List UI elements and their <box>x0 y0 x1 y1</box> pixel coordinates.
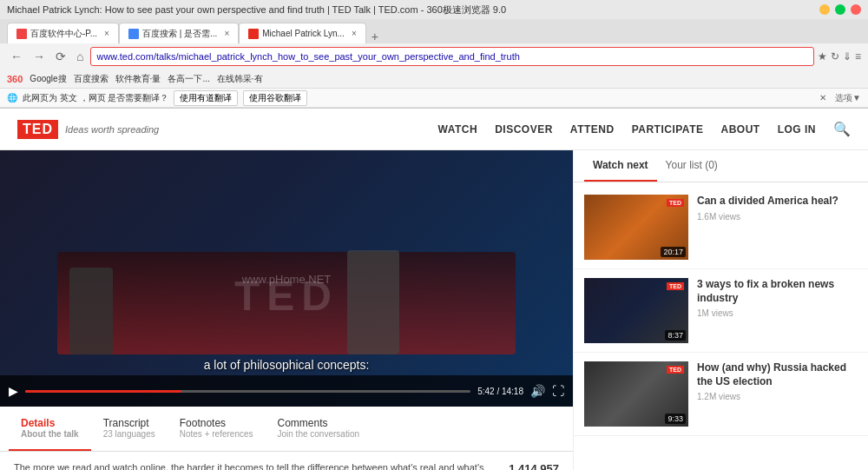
bookmarks-bar: 360 Google搜 百度搜索 软件教育·量 各高一下... 在线韩采·有 <box>0 70 868 89</box>
tab-comments[interactable]: Comments Join the conversation <box>266 407 372 451</box>
tab-label-3: Michael Patrick Lyn... <box>262 29 345 38</box>
sidebar-item-info-2: 3 ways to fix a broken news industry 1M … <box>697 278 858 318</box>
views-count: 1,414,957 <box>509 460 559 470</box>
window-controls <box>819 4 861 15</box>
sidebar-item-info-1: Can a divided America heal? 1.6M views <box>697 195 858 222</box>
list-item[interactable]: TED 8:37 3 ways to fix a broken news ind… <box>574 269 868 353</box>
video-player[interactable]: TED www.pHome.NET a lot of philosophical… <box>0 150 573 407</box>
tab-details-label: Details <box>21 417 79 429</box>
progress-bar[interactable] <box>25 390 470 393</box>
nav-about[interactable]: ABOUT <box>720 123 760 136</box>
sidebar-tabs: Watch next Your list (0) <box>574 150 868 182</box>
volume-button[interactable]: 🔊 <box>530 384 545 398</box>
tab-details[interactable]: Details About the talk <box>9 407 91 451</box>
bookmark-3[interactable]: 软件教育·量 <box>115 73 161 85</box>
tab-transcript[interactable]: Transcript 23 languages <box>91 407 168 451</box>
thumb-ted-logo-1: TED <box>667 199 684 207</box>
video-section: TED www.pHome.NET a lot of philosophical… <box>0 150 573 470</box>
window-title: Michael Patrick Lynch: How to see past y… <box>7 3 819 17</box>
translate-youdao-button[interactable]: 使用有道翻译 <box>174 90 238 106</box>
browser-chrome: Michael Patrick Lynch: How to see past y… <box>0 0 868 109</box>
tab-footnotes[interactable]: Footnotes Notes + references <box>168 407 266 451</box>
new-tab-button[interactable]: + <box>366 30 384 43</box>
video-site-watermark: www.pHome.NET <box>242 272 332 285</box>
nav-participate[interactable]: PARTICIPATE <box>632 123 704 136</box>
tab-favicon-2 <box>128 29 139 39</box>
translate-options-button[interactable]: 选项▼ <box>835 92 861 104</box>
list-item[interactable]: TED 9:33 How (and why) Russia hacked the… <box>574 353 868 436</box>
sidebar-item-title-1: Can a divided America heal? <box>697 195 858 209</box>
address-bar-row: ← → ⟳ ⌂ ★ ↻ ⇓ ≡ <box>0 43 868 70</box>
bookmark-4[interactable]: 各高一下... <box>168 73 209 85</box>
browser-tab-3[interactable]: Michael Patrick Lyn... × <box>239 23 366 43</box>
video-speaker-left <box>69 268 113 354</box>
fullscreen-button[interactable]: ⛶ <box>552 384 564 398</box>
video-controls: ▶ 5:42 / 14:18 🔊 ⛶ <box>0 375 573 407</box>
sidebar-item-title-3: How (and why) Russia hacked the US elect… <box>697 361 858 388</box>
tab-close-1[interactable]: × <box>104 29 109 38</box>
tab-close-3[interactable]: × <box>352 29 357 38</box>
nav-watch[interactable]: WATCH <box>438 123 478 136</box>
translate-lang-icon: 🌐 <box>7 93 17 103</box>
forward-button[interactable]: → <box>30 48 49 65</box>
tab-details-sub: About the talk <box>21 429 79 439</box>
sidebar-tab-yourlist[interactable]: Your list (0) <box>657 150 727 182</box>
video-tabs: Details About the talk Transcript 23 lan… <box>0 407 573 452</box>
sidebar-item-info-3: How (and why) Russia hacked the US elect… <box>697 361 858 401</box>
tab-label-1: 百度软件中心-P... <box>30 28 97 40</box>
tab-transcript-label: Transcript <box>103 417 155 429</box>
play-button[interactable]: ▶ <box>9 384 18 398</box>
list-item[interactable]: TED 20:17 Can a divided America heal? 1.… <box>574 186 868 269</box>
translate-bar: 🌐 此网页为 英文 ，网页 是否需要翻译？ 使用有道翻译 使用谷歌翻译 ✕ 选项… <box>0 89 868 108</box>
download-icon[interactable]: ⇓ <box>843 50 852 63</box>
browser-tab-1[interactable]: 百度软件中心-P... × <box>7 23 119 43</box>
tab-favicon-3 <box>248 29 259 39</box>
sidebar-item-views-2: 1M views <box>697 308 858 318</box>
browser-tab-2[interactable]: 百度搜索 | 是否需... × <box>119 23 239 43</box>
minimize-btn[interactable] <box>819 4 830 15</box>
video-description: 1,414,957 The more we read and watch onl… <box>0 452 573 470</box>
description-text: The more we read and watch online, the h… <box>14 462 483 470</box>
refresh-button[interactable]: ⟳ <box>52 48 69 65</box>
sidebar-thumbnail-3: TED 9:33 <box>584 361 688 427</box>
address-input[interactable] <box>90 47 814 66</box>
search-button[interactable]: 🔍 <box>833 121 851 137</box>
bookmark-1[interactable]: Google搜 <box>30 73 66 85</box>
nav-discover[interactable]: DISCOVER <box>495 123 553 136</box>
tab-transcript-sub: 23 languages <box>103 429 155 439</box>
translate-close-button[interactable]: ✕ <box>819 93 826 103</box>
home-button[interactable]: ⌂ <box>73 48 87 65</box>
menu-icon[interactable]: ≡ <box>855 50 861 63</box>
ted-nav-links: WATCH DISCOVER ATTEND PARTICIPATE ABOUT … <box>438 121 851 137</box>
close-btn[interactable] <box>851 4 861 15</box>
main-content: TED www.pHome.NET a lot of philosophical… <box>0 150 868 470</box>
video-placeholder: TED www.pHome.NET a lot of philosophical… <box>0 150 573 407</box>
tab-bar: 百度软件中心-P... × 百度搜索 | 是否需... × Michael Pa… <box>0 19 868 43</box>
tab-label-2: 百度搜索 | 是否需... <box>142 28 218 40</box>
translate-question: 此网页为 英文 ，网页 是否需要翻译？ <box>23 92 168 104</box>
tab-close-2[interactable]: × <box>224 29 229 38</box>
sidebar-item-views-3: 1.2M views <box>697 392 858 401</box>
toolbar-icons: ★ ↻ ⇓ ≡ <box>818 50 861 63</box>
tab-comments-label: Comments <box>278 417 360 429</box>
tab-comments-sub: Join the conversation <box>278 429 360 439</box>
translate-google-button[interactable]: 使用谷歌翻译 <box>243 90 307 106</box>
thumb-duration-1: 20:17 <box>661 247 686 257</box>
maximize-btn[interactable] <box>835 4 845 15</box>
back-button[interactable]: ← <box>7 48 26 65</box>
thumb-duration-2: 8:37 <box>665 330 686 341</box>
bookmark-5[interactable]: 在线韩采·有 <box>217 73 263 85</box>
star-icon[interactable]: ★ <box>818 50 827 63</box>
rss-icon[interactable]: ↻ <box>831 50 839 63</box>
bookmark-2[interactable]: 百度搜索 <box>74 73 108 85</box>
nav-login[interactable]: LOG IN <box>778 123 816 136</box>
ted-logo[interactable]: TED Ideas worth spreading <box>17 120 159 139</box>
ted-tagline: Ideas worth spreading <box>65 124 159 135</box>
sidebar-item-views-1: 1.6M views <box>697 212 858 222</box>
sidebar-tab-watchnext[interactable]: Watch next <box>584 150 657 182</box>
thumb-ted-logo-3: TED <box>667 366 684 374</box>
sidebar-thumbnail-2: TED 8:37 <box>584 278 688 343</box>
video-speaker-right <box>347 250 399 354</box>
bookmark-logo: 360 <box>7 74 23 84</box>
nav-attend[interactable]: ATTEND <box>570 123 615 136</box>
